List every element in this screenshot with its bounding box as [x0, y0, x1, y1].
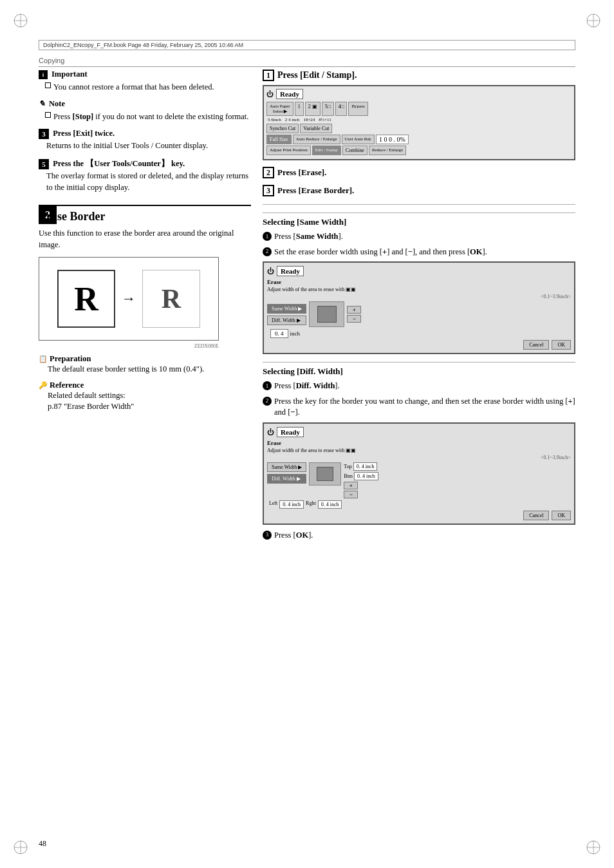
- step-5-num: 5: [39, 159, 49, 169]
- same-sub-step-2: 2 Set the erase border width us­ing [+] …: [263, 247, 575, 258]
- screen-1-ready: Ready: [276, 89, 303, 99]
- variable-cut-btn[interactable]: Variable Cut: [300, 124, 332, 133]
- btm-row: Btm 0. 4 inch: [344, 472, 378, 480]
- diagram-label: ZEDX080E: [39, 343, 219, 349]
- r-box-right: R: [142, 270, 200, 328]
- note-title: ✎ Note: [39, 99, 251, 109]
- preparation-block: 📋 Preparation The default erase border s…: [39, 354, 251, 375]
- btn-2[interactable]: 2 ▣: [305, 102, 321, 116]
- power-icon: ⏻: [266, 90, 274, 98]
- btn-4[interactable]: 4□: [335, 102, 348, 116]
- important-icon: i: [39, 70, 48, 79]
- important-block: i Important You cannot restore a format …: [39, 70, 251, 93]
- diff-cancel-btn[interactable]: Cancel: [523, 511, 549, 520]
- rght-val: 0. 4 inch: [318, 500, 342, 509]
- diff-plus-minus: + −: [344, 482, 378, 498]
- corner-mark-tl: [12, 12, 30, 30]
- left-val: 0. 4 inch: [279, 500, 304, 509]
- minus-btn[interactable]: −: [347, 315, 361, 323]
- erase-label: Erase: [267, 279, 571, 285]
- full-size-btn[interactable]: Full Size: [266, 135, 292, 144]
- power-icon-3: ⏻: [267, 428, 274, 436]
- same-sub-2-num: 2: [263, 247, 272, 256]
- diff-ok-btn[interactable]: OK: [552, 511, 571, 520]
- reduce-enlarge-btn[interactable]: Reduce / Enlarge: [369, 146, 406, 155]
- screen-1-header: ⏻ Ready: [266, 89, 572, 99]
- same-width-btn[interactable]: Same Width ▶: [267, 304, 306, 314]
- edit-stamp-btn[interactable]: Edit / Stamp: [312, 146, 341, 155]
- same-width-btn-2[interactable]: Same Width ▶: [267, 462, 306, 472]
- erase-plus-minus: + −: [347, 306, 361, 323]
- file-info-text: DolphinC2_ENcopy_F_FM.book Page 48 Frida…: [43, 42, 243, 48]
- btn-5[interactable]: 5□: [322, 102, 334, 116]
- important-content: You cannot restore a format that has bee…: [39, 81, 251, 93]
- rght-label: Rght: [306, 500, 316, 509]
- user-auto-btn[interactable]: User Auto Rdc: [342, 135, 375, 144]
- step-5-body: The overlay format is stored or deleted,…: [39, 171, 251, 193]
- corner-mark-br: [584, 838, 602, 856]
- step-3-exit: 3 Press [Exit] twice. Returns to the ini…: [39, 129, 251, 152]
- synchro-cut-btn[interactable]: Synchro Cut: [266, 124, 299, 133]
- erase-range: <0.1~3.9inch>: [267, 294, 571, 299]
- reference-block: 🔑 Reference Related default settings: p.…: [39, 381, 251, 413]
- diff-minus-btn[interactable]: −: [344, 491, 358, 498]
- step-3-num: 3: [39, 129, 49, 139]
- erase-diff-label: Erase: [267, 440, 571, 446]
- diff-sub-1-num: 1: [263, 381, 272, 390]
- combine-btn[interactable]: Combine: [342, 146, 367, 155]
- diff-bottom-row: Cancel OK: [267, 511, 571, 520]
- erase-screen-diff: ⏻ Ready Erase Adjust width of the area t…: [263, 422, 575, 525]
- section-label: Copying: [39, 57, 64, 64]
- file-info-bar: DolphinC2_ENcopy_F_FM.book Page 48 Frida…: [39, 40, 575, 50]
- auto-paper-btn[interactable]: Auto PaperSelect▶: [266, 102, 293, 116]
- checkbox-icon: [45, 82, 51, 88]
- selecting-diff-width: Selecting [Diff. Width] 1 Press [Diff. W…: [263, 362, 575, 541]
- diff-plus-btn[interactable]: +: [344, 482, 358, 489]
- screen-1-row3: Full Size Auto Reduce / Enlarge User Aut…: [266, 135, 572, 144]
- right-step-3-num: 3: [263, 185, 274, 196]
- right-step-3-header: 3 Press [Erase Border].: [263, 185, 575, 196]
- ok-sub-num: 3: [263, 531, 272, 540]
- erase-subtitle: Adjust width of the area to erase with ▣…: [267, 287, 571, 292]
- right-step-1-header: 1 Press [Edit / Stamp].: [263, 70, 575, 81]
- right-step-2-num: 2: [263, 167, 274, 178]
- ok-btn[interactable]: OK: [552, 340, 571, 350]
- adjust-print-btn[interactable]: Adjust Print Position: [266, 146, 311, 155]
- erase-border-title: Erase Border: [39, 210, 251, 223]
- power-icon-2: ⏻: [267, 267, 274, 275]
- btm-val: 0. 4 inch: [354, 472, 378, 480]
- main-layout: i Important You cannot restore a format …: [39, 70, 575, 836]
- top-rule: [39, 66, 575, 67]
- right-step-3: 3 Press [Erase Border].: [263, 185, 575, 205]
- diff-sub-step-2: 2 Press the key for the border you want …: [263, 396, 575, 419]
- erase-border-body: Use this function to erase the border ar…: [39, 227, 251, 250]
- step-5-header: 5 Press the 【User Tools/Counter】 key.: [39, 158, 251, 169]
- cancel-btn[interactable]: Cancel: [523, 340, 549, 350]
- arrow-icon: →: [122, 290, 136, 307]
- diff-sub-2-num: 2: [263, 397, 272, 406]
- note-block: ✎ Note Press [Stop] if you do not want t…: [39, 99, 251, 122]
- diff-width-title: Selecting [Diff. Width]: [263, 366, 575, 377]
- erase-screen-diff-ready: Ready: [277, 427, 304, 437]
- erase-screen-main-row: Same Width ▶ Diff. Width ▶ + −: [267, 301, 571, 327]
- diff-bottom-labels: Left 0. 4 inch Rght 0. 4 inch: [267, 500, 571, 509]
- diff-width-btn-2[interactable]: Diff. Width ▶: [267, 474, 306, 484]
- auto-reduce-btn[interactable]: Auto Reduce / Enlarge: [293, 135, 340, 144]
- erase-value-row: 0. 4 inch: [267, 329, 571, 338]
- erase-bottom-row: Cancel OK: [267, 340, 571, 350]
- erase-border-section: Erase Border Use this function to erase …: [39, 205, 251, 413]
- ok-sub-step: 3 Press [OK].: [263, 530, 575, 542]
- erase-screen-same: ⏻ Ready Erase Adjust width of the area t…: [263, 261, 575, 354]
- prep-icon: 📋: [39, 355, 48, 363]
- plus-btn[interactable]: +: [347, 306, 361, 314]
- btn-1[interactable]: 1: [295, 102, 304, 116]
- diff-width-btn[interactable]: Diff. Width ▶: [267, 316, 306, 325]
- screen-1-row1: Auto PaperSelect▶ 1 2 ▣ 5□ 4□ Bypass: [266, 102, 572, 116]
- erase-unit: inch: [290, 330, 301, 337]
- step-3-header: 3 Press [Exit] twice.: [39, 129, 251, 139]
- erase-screen-diff-header: ⏻ Ready: [267, 427, 571, 437]
- same-sub-step-1: 1 Press [Same Width].: [263, 231, 575, 243]
- btn-bypass[interactable]: Bypass: [348, 102, 367, 116]
- r-box-left: R: [57, 270, 115, 328]
- important-title: i Important: [39, 70, 251, 79]
